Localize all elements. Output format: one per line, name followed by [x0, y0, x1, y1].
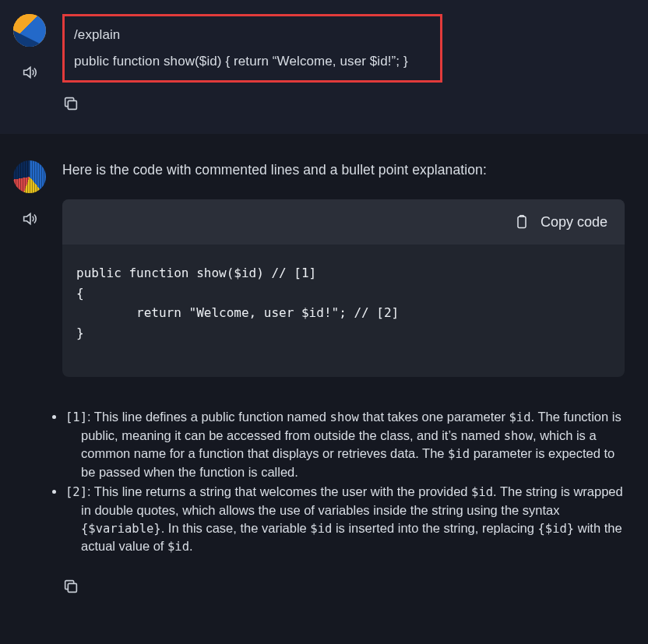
highlighted-prompt-box: /explain public function show($id) { ret… [62, 14, 442, 83]
assistant-message: Here is the code with commented lines an… [0, 134, 648, 617]
bullet-tag: [1] [65, 410, 87, 424]
code-block: Copy code public function show($id) // [… [62, 199, 625, 377]
assistant-intro: Here is the code with commented lines an… [62, 160, 625, 180]
svg-rect-1 [518, 216, 526, 227]
assistant-message-content: Here is the code with commented lines an… [62, 160, 632, 598]
code-block-header: Copy code [62, 199, 625, 245]
svg-rect-0 [68, 100, 76, 109]
message-left-column [11, 160, 48, 598]
code-body: public function show($id) // [1] { retur… [62, 245, 625, 377]
copy-code-button[interactable]: Copy code [514, 213, 608, 231]
prompt-command: /explain [74, 26, 431, 44]
copy-icon[interactable] [62, 95, 79, 112]
speaker-icon[interactable] [21, 64, 38, 81]
message-left-column [11, 14, 48, 115]
bullet-tag: [2] [65, 485, 87, 499]
user-message: /explain public function show($id) { ret… [0, 0, 648, 134]
prompt-code: public function show($id) { return “Welc… [74, 52, 431, 71]
list-item: [1]: This line defines a public function… [65, 408, 625, 481]
assistant-avatar [13, 160, 46, 193]
copy-code-label: Copy code [541, 214, 608, 231]
svg-rect-2 [68, 583, 76, 592]
list-item: [2]: This line returns a string that wel… [65, 483, 625, 556]
user-message-content: /explain public function show($id) { ret… [62, 14, 632, 115]
user-avatar [13, 14, 46, 47]
explanation-list: [1]: This line defines a public function… [62, 408, 625, 555]
speaker-icon[interactable] [21, 210, 38, 227]
clipboard-icon [514, 213, 530, 231]
copy-icon[interactable] [62, 578, 79, 595]
